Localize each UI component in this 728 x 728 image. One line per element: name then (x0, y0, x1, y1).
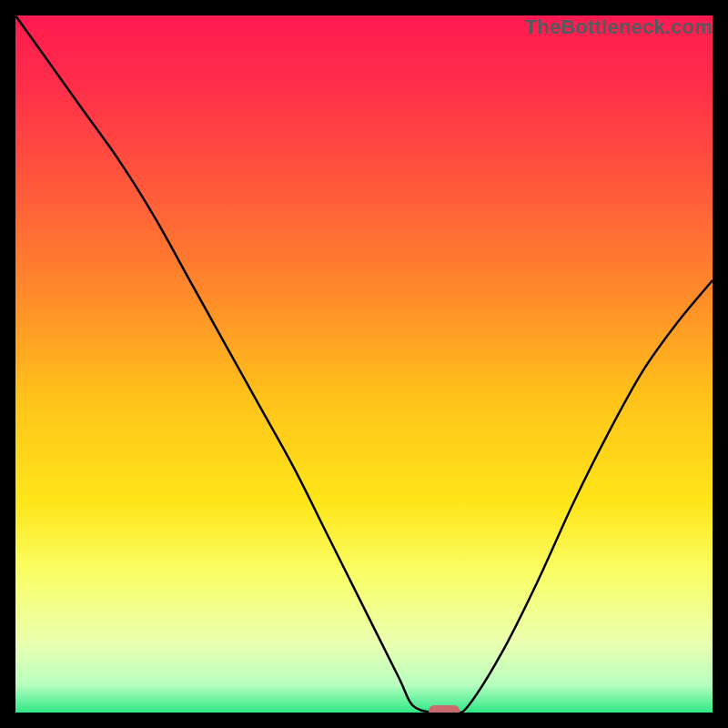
plot-area (15, 15, 713, 713)
chart-frame: TheBottleneck.com (0, 0, 728, 728)
optimal-marker (429, 705, 460, 713)
watermark-text: TheBottleneck.com (525, 15, 713, 39)
bottleneck-chart (15, 15, 713, 713)
